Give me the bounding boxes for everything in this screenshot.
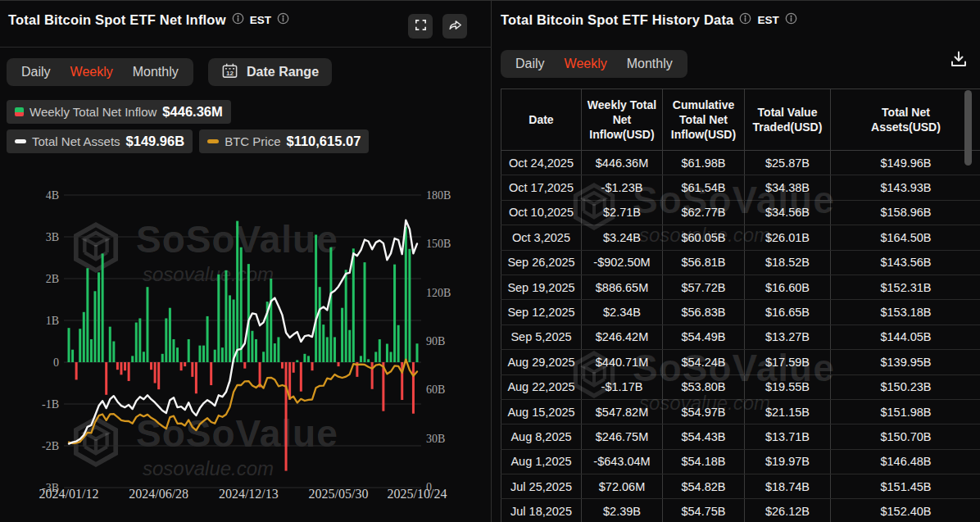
cell-net-assets: $146.48B [831,449,980,474]
cell-cumulative-inflow: $56.81B [663,250,745,275]
history-table-header: Date Weekly Total Net Inflow(USD) Cumula… [501,89,980,151]
cell-cumulative-inflow: $54.24B [663,350,745,374]
assets-line-chip-icon [15,139,26,143]
cell-date: Aug 29,2025 [501,350,582,374]
col-header-cumulative-inflow: Cumulative Total Net Inflow(USD) [663,89,745,151]
info-icon[interactable] [232,12,244,28]
cell-cumulative-inflow: $62.77B [663,200,745,225]
cell-weekly-inflow: $2.34B [582,300,663,325]
btc-line-chip-icon [207,139,219,143]
cell-weekly-inflow: $547.82M [582,399,663,424]
cell-net-assets: $143.93B [831,175,980,200]
info-icon[interactable] [739,12,751,28]
date-range-button[interactable]: 12 Date Range [208,58,332,86]
legend-total-net-assets[interactable]: Total Net Assets $149.96B [7,129,193,153]
cell-value-traded: $26.12B [745,499,831,522]
sosovalue-etf-dashboard: Total Bitcoin Spot ETF Net Inflow EST Da… [0,0,980,522]
svg-text:30B: 30B [426,433,445,445]
cell-cumulative-inflow: $54.82B [663,474,745,499]
cell-date: Jul 18,2025 [501,499,582,522]
table-scrollbar-thumb[interactable] [964,90,972,166]
fullscreen-button[interactable] [408,14,433,39]
table-row: Sep 5,2025$246.42M$54.49B$13.27B$144.05B [501,325,980,349]
legend-value: $110,615.07 [286,134,361,149]
tab-weekly[interactable]: Weekly [61,61,123,83]
cell-net-assets: $151.98B [831,399,980,424]
cell-cumulative-inflow: $54.97B [663,399,745,424]
cell-value-traded: $18.74B [745,474,831,499]
svg-text:3B: 3B [46,231,59,243]
svg-text:0: 0 [53,356,59,369]
cell-date: Sep 12,2025 [501,300,582,325]
svg-text:180B: 180B [426,189,451,202]
cell-weekly-inflow: $886.65M [582,275,663,299]
chart-period-tabs: Daily Weekly Monthly [7,58,193,86]
cell-date: Oct 3,2025 [501,225,582,250]
legend-label: BTC Price [225,134,280,148]
cell-date: Aug 8,2025 [501,424,582,449]
net-inflow-chart-panel: Total Bitcoin Spot ETF Net Inflow EST Da… [0,1,492,522]
cell-cumulative-inflow: $53.80B [663,374,745,399]
cell-value-traded: $18.52B [745,250,831,275]
share-button[interactable] [442,14,467,39]
tab-daily[interactable]: Daily [11,61,61,83]
etf-inflow-chart[interactable]: 4B3B2B1B0-1B-2B-3B180B150B120B90B60B30B0… [0,161,492,522]
share-icon [447,17,463,36]
tab-monthly[interactable]: Monthly [123,61,188,83]
tab-monthly[interactable]: Monthly [617,53,683,75]
table-row: Aug 15,2025$547.82M$54.97B$21.15B$151.98… [501,399,980,424]
cell-weekly-inflow: $440.71M [582,350,663,374]
legend-weekly-net-inflow[interactable]: Weekly Total Net Inflow $446.36M [7,100,231,124]
cell-date: Sep 5,2025 [501,325,582,349]
svg-text:60B: 60B [426,384,445,396]
history-data-panel: Total Bitcoin Spot ETF History Data EST … [492,1,980,522]
svg-text:4B: 4B [46,189,59,202]
cell-net-assets: $152.31B [831,275,980,299]
svg-text:2025/10/24: 2025/10/24 [388,487,447,501]
cell-cumulative-inflow: $57.72B [663,275,745,299]
cell-net-assets: $151.45B [831,474,980,499]
legend-row-2: Total Net Assets $149.96B BTC Price $110… [7,129,369,153]
table-row: Jul 25,2025$72.06M$54.82B$18.74B$151.45B [501,474,980,499]
cell-date: Oct 10,2025 [501,200,582,225]
cell-value-traded: $19.55B [745,374,831,399]
cell-net-assets: $153.18B [831,300,980,325]
cell-weekly-inflow: $2.39B [582,499,663,522]
cell-value-traded: $16.65B [745,300,831,325]
tab-weekly[interactable]: Weekly [555,53,617,75]
table-row: Sep 26,2025-$902.50M$56.81B$18.52B$143.5… [501,250,980,275]
cell-date: Oct 24,2025 [501,151,582,175]
cell-value-traded: $26.01B [745,225,831,250]
cell-weekly-inflow: $446.36M [582,151,663,175]
cell-net-assets: $150.23B [831,374,980,399]
table-row: Jul 18,2025$2.39B$54.75B$26.12B$152.40B [501,499,980,522]
table-row: Aug 8,2025$246.75M$54.43B$13.71B$150.70B [501,424,980,449]
legend-value: $446.36M [162,104,222,120]
svg-text:1B: 1B [46,315,59,327]
calendar-icon: 12 [221,62,238,83]
fullscreen-icon [414,18,428,35]
download-button[interactable] [945,48,973,73]
svg-text:2024/01/12: 2024/01/12 [39,487,99,501]
info-icon[interactable] [277,12,289,28]
svg-text:-2B: -2B [42,440,59,452]
history-table: Date Weekly Total Net Inflow(USD) Cumula… [501,89,980,522]
tab-daily[interactable]: Daily [506,53,555,75]
legend-btc-price[interactable]: BTC Price $110,615.07 [199,129,369,153]
est-timezone-label: EST [250,14,271,26]
legend-row-1: Weekly Total Net Inflow $446.36M [7,100,231,124]
cell-weekly-inflow: $3.24B [582,225,663,250]
cell-value-traded: $16.60B [745,275,831,299]
svg-text:120B: 120B [426,287,451,299]
info-icon[interactable] [785,12,797,28]
cell-date: Sep 26,2025 [501,250,582,275]
legend-label: Total Net Assets [32,134,120,148]
legend-value: $149.96B [126,134,185,149]
download-icon [949,49,969,72]
cell-value-traded: $13.27B [745,325,831,349]
svg-text:90B: 90B [426,335,445,347]
date-range-label: Date Range [247,65,319,79]
header-divider [0,47,492,48]
cell-weekly-inflow: $72.06M [582,474,663,499]
col-header-weekly-inflow: Weekly Total Net Inflow(USD) [582,89,663,151]
